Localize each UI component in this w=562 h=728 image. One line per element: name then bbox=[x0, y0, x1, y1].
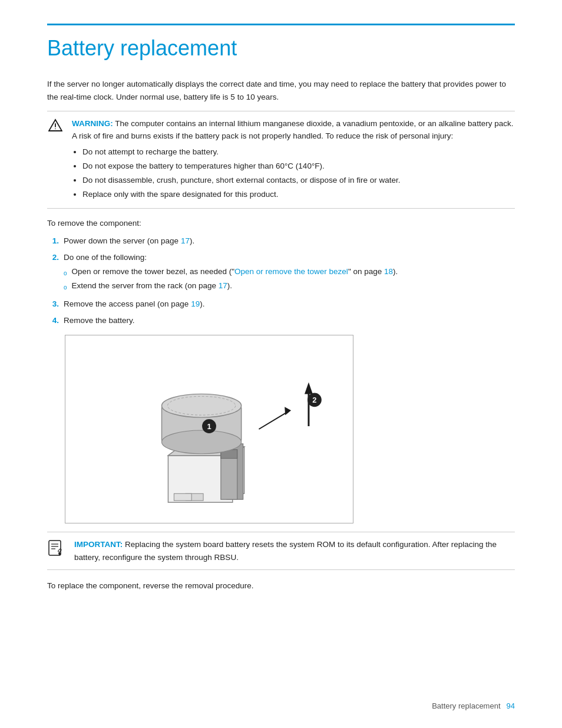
steps-list: 1. Power down the server (on page 17). 2… bbox=[47, 235, 515, 327]
warning-text: The computer contains an internal lithiu… bbox=[72, 119, 513, 141]
step-1-link[interactable]: 17 bbox=[181, 236, 190, 245]
svg-text:1: 1 bbox=[207, 422, 211, 431]
page: Battery replacement If the server no lon… bbox=[0, 0, 562, 728]
step-1-num: 1. bbox=[47, 235, 59, 248]
sub-bullet-1-link[interactable]: Open or remove the tower bezel bbox=[234, 267, 348, 276]
sub-bullet-1-text: Open or remove the tower bezel, as neede… bbox=[72, 266, 398, 278]
footer-label: Battery replacement bbox=[432, 701, 500, 710]
step-2-num: 2. bbox=[47, 251, 59, 294]
svg-rect-6 bbox=[174, 494, 191, 501]
warning-bullet-1: Do not attempt to recharge the battery. bbox=[82, 146, 515, 159]
step-1-content: Power down the server (on page 17). bbox=[64, 235, 515, 248]
triangle-warning-icon bbox=[48, 118, 62, 133]
document-pencil-icon bbox=[48, 539, 65, 557]
warning-bullet-3: Do not disassemble, crush, puncture, sho… bbox=[82, 174, 515, 187]
warning-bullet-2: Do not expose the battery to temperature… bbox=[82, 160, 515, 173]
sub-bullet-2-marker: o bbox=[64, 283, 67, 292]
sub-bullet-2-text: Extend the server from the rack (on page… bbox=[72, 280, 232, 292]
step-4: 4. Remove the battery. bbox=[47, 314, 515, 327]
warning-label: WARNING: bbox=[72, 119, 113, 128]
footer-page-num: 94 bbox=[507, 701, 515, 710]
footer: Battery replacement 94 bbox=[432, 701, 515, 710]
step-2-sub-bullets: o Open or remove the tower bezel, as nee… bbox=[64, 266, 515, 292]
footer-text: To replace the component, reverse the re… bbox=[47, 579, 515, 592]
step-4-num: 4. bbox=[47, 314, 59, 327]
svg-text:2: 2 bbox=[312, 396, 316, 405]
top-rule bbox=[47, 24, 515, 25]
sub-bullet-1-page[interactable]: 18 bbox=[384, 267, 393, 276]
removal-intro: To remove the component: bbox=[47, 217, 515, 230]
warning-box: WARNING: The computer contains an intern… bbox=[47, 111, 515, 209]
svg-point-12 bbox=[162, 394, 242, 418]
step-3-link[interactable]: 19 bbox=[191, 299, 200, 308]
sub-bullet-2-link[interactable]: 17 bbox=[219, 281, 227, 290]
page-title: Battery replacement bbox=[47, 36, 515, 60]
step-4-content: Remove the battery. bbox=[64, 314, 515, 327]
important-icon-wrapper bbox=[47, 539, 66, 557]
battery-diagram-box: 1 2 bbox=[65, 335, 353, 523]
battery-diagram-svg: 1 2 bbox=[65, 335, 353, 523]
svg-point-0 bbox=[55, 128, 56, 129]
step-2: 2. Do one of the following: o Open or re… bbox=[47, 251, 515, 294]
step-3-content: Remove the access panel (on page 19). bbox=[64, 298, 515, 311]
important-label: IMPORTANT: bbox=[74, 540, 123, 549]
warning-icon bbox=[47, 118, 64, 133]
important-box: IMPORTANT: Replacing the system board ba… bbox=[47, 532, 515, 570]
step-1: 1. Power down the server (on page 17). bbox=[47, 235, 515, 248]
important-content: IMPORTANT: Replacing the system board ba… bbox=[74, 538, 515, 564]
intro-text: If the server no longer automatically di… bbox=[47, 78, 515, 103]
sub-bullet-2: o Extend the server from the rack (on pa… bbox=[64, 280, 515, 292]
sub-bullet-1: o Open or remove the tower bezel, as nee… bbox=[64, 266, 515, 278]
step-2-content: Do one of the following: o Open or remov… bbox=[64, 251, 515, 294]
warning-bullets: Do not attempt to recharge the battery. … bbox=[82, 146, 515, 201]
warning-bullet-4: Replace only with the spare designated f… bbox=[82, 189, 515, 201]
important-text: Replacing the system board battery reset… bbox=[74, 540, 497, 562]
sub-bullet-1-marker: o bbox=[64, 269, 67, 278]
step-3: 3. Remove the access panel (on page 19). bbox=[47, 298, 515, 311]
svg-point-14 bbox=[162, 430, 242, 454]
warning-content: WARNING: The computer contains an intern… bbox=[72, 117, 515, 203]
step-3-num: 3. bbox=[47, 298, 59, 311]
